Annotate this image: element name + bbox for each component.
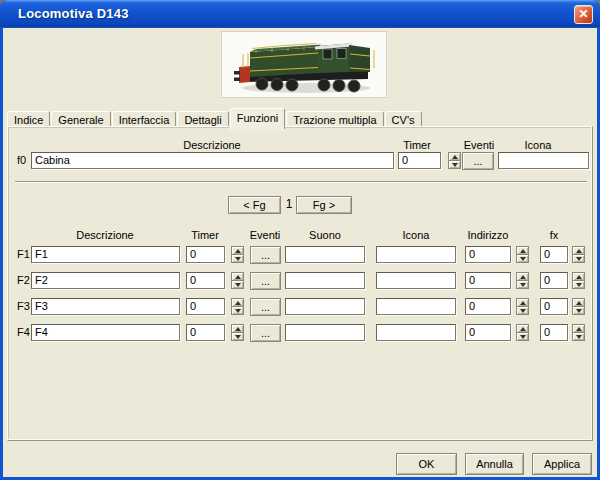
timer-spinner <box>231 324 244 341</box>
spin-down-icon[interactable] <box>231 332 244 341</box>
spin-down-icon[interactable] <box>572 280 585 289</box>
row-label: F3 <box>17 298 30 315</box>
fx-field[interactable]: 0 <box>540 246 568 263</box>
tab-funzioni[interactable]: Funzioni <box>230 108 286 129</box>
function-row-f2: F2 F2 0 ... 0 0 <box>8 272 594 289</box>
close-icon: ✕ <box>578 7 588 21</box>
timer-spinner <box>231 246 244 263</box>
locomotive-image <box>222 32 386 97</box>
f0-row-label: f0 <box>17 152 26 169</box>
spin-down-icon[interactable] <box>231 280 244 289</box>
suono-field[interactable] <box>285 272 365 289</box>
timer-field[interactable]: 0 <box>186 298 225 315</box>
descrizione-field[interactable]: F3 <box>31 298 180 315</box>
indirizzo-spinner <box>516 246 529 263</box>
suono-field[interactable] <box>285 298 365 315</box>
funzioni-tab-panel: Descrizione Timer Eventi Icona f0 Cabina… <box>7 126 593 441</box>
spin-down-icon[interactable] <box>516 280 529 289</box>
f0-timer-field[interactable]: 0 <box>398 152 441 169</box>
indirizzo-field[interactable]: 0 <box>465 272 511 289</box>
timer-field[interactable]: 0 <box>186 272 225 289</box>
icona-field[interactable] <box>376 324 456 341</box>
col-icona-header: Icona <box>403 229 430 241</box>
timer-spinner <box>231 272 244 289</box>
timer-field[interactable]: 0 <box>186 324 225 341</box>
section-divider <box>15 181 587 183</box>
applica-button[interactable]: Applica <box>532 453 592 475</box>
fg-previous-button[interactable]: < Fg <box>228 196 281 214</box>
spin-down-icon[interactable] <box>572 254 585 263</box>
f0-eventi-button[interactable]: ... <box>462 152 494 170</box>
fg-next-button[interactable]: Fg > <box>296 196 352 214</box>
col-eventi-header: Eventi <box>250 229 281 241</box>
function-row-f3: F3 F3 0 ... 0 0 <box>8 298 594 315</box>
indirizzo-spinner <box>516 324 529 341</box>
function-row-f1: F1 F1 0 ... 0 0 <box>8 246 594 263</box>
dialog-window: Locomotiva D143 ✕ <box>0 0 600 480</box>
ok-button[interactable]: OK <box>396 453 457 475</box>
spin-down-icon[interactable] <box>572 332 585 341</box>
fx-spinner <box>572 272 585 289</box>
timer-field[interactable]: 0 <box>186 246 225 263</box>
spin-down-icon[interactable] <box>448 160 461 169</box>
indirizzo-field[interactable]: 0 <box>465 246 511 263</box>
window-title: Locomotiva D143 <box>18 0 129 28</box>
fx-spinner <box>572 246 585 263</box>
f0-timer-spinner <box>448 152 461 169</box>
spin-down-icon[interactable] <box>231 254 244 263</box>
f0-icona-header: Icona <box>525 139 552 151</box>
function-row-f4: F4 F4 0 ... 0 0 <box>8 324 594 341</box>
descrizione-field[interactable]: F2 <box>31 272 180 289</box>
suono-field[interactable] <box>285 246 365 263</box>
row-label: F2 <box>17 272 30 289</box>
f0-descrizione-header: Descrizione <box>183 139 240 151</box>
col-fx-header: fx <box>550 229 559 241</box>
f0-eventi-header: Eventi <box>464 139 495 151</box>
locomotive-photo <box>222 32 386 97</box>
title-bar[interactable]: Locomotiva D143 ✕ <box>0 0 600 28</box>
spin-down-icon[interactable] <box>516 254 529 263</box>
spin-down-icon[interactable] <box>516 332 529 341</box>
close-button[interactable]: ✕ <box>574 5 593 24</box>
suono-field[interactable] <box>285 324 365 341</box>
timer-spinner <box>231 298 244 315</box>
fx-field[interactable]: 0 <box>540 272 568 289</box>
eventi-button[interactable]: ... <box>250 246 281 264</box>
col-timer-header: Timer <box>191 229 219 241</box>
col-descrizione-header: Descrizione <box>76 229 133 241</box>
indirizzo-field[interactable]: 0 <box>465 324 511 341</box>
annulla-button[interactable]: Annulla <box>465 453 524 475</box>
row-label: F4 <box>17 324 30 341</box>
eventi-button[interactable]: ... <box>250 272 281 290</box>
dialog-client-area: IndiceGeneraleInterfacciaDettagliFunzion… <box>3 28 597 477</box>
spin-down-icon[interactable] <box>231 306 244 315</box>
spin-down-icon[interactable] <box>572 306 585 315</box>
icona-field[interactable] <box>376 272 456 289</box>
indirizzo-field[interactable]: 0 <box>465 298 511 315</box>
spin-down-icon[interactable] <box>516 306 529 315</box>
col-indirizzo-header: Indirizzo <box>468 229 509 241</box>
descrizione-field[interactable]: F1 <box>31 246 180 263</box>
eventi-button[interactable]: ... <box>250 298 281 316</box>
row-label: F1 <box>17 246 30 263</box>
indirizzo-spinner <box>516 272 529 289</box>
fx-spinner <box>572 324 585 341</box>
indirizzo-spinner <box>516 298 529 315</box>
f0-descrizione-field[interactable]: Cabina <box>31 152 394 169</box>
f0-timer-header: Timer <box>403 139 431 151</box>
tab-strip: IndiceGeneraleInterfacciaDettagliFunzion… <box>7 108 423 126</box>
f0-icona-field[interactable] <box>498 152 589 169</box>
fx-spinner <box>572 298 585 315</box>
descrizione-field[interactable]: F4 <box>31 324 180 341</box>
icona-field[interactable] <box>376 298 456 315</box>
fx-field[interactable]: 0 <box>540 298 568 315</box>
fx-field[interactable]: 0 <box>540 324 568 341</box>
icona-field[interactable] <box>376 246 456 263</box>
col-suono-header: Suono <box>309 229 341 241</box>
eventi-button[interactable]: ... <box>250 324 281 342</box>
